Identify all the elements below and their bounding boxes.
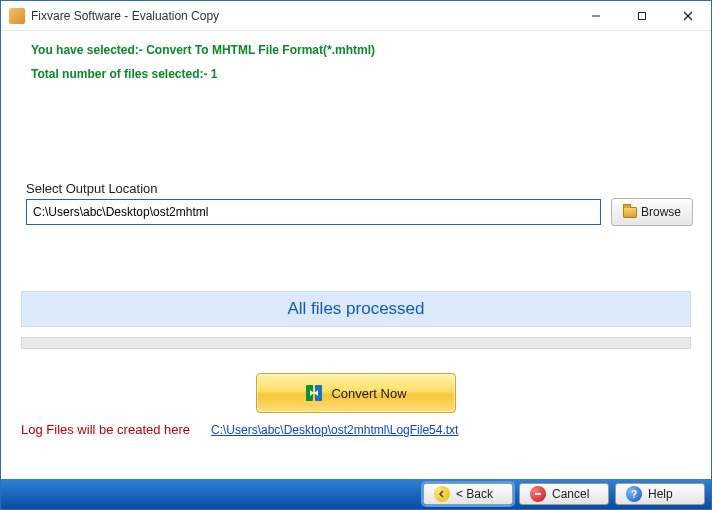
convert-button-label: Convert Now (331, 386, 406, 401)
window-title: Fixvare Software - Evaluation Copy (31, 9, 573, 23)
convert-now-button[interactable]: Convert Now (256, 373, 456, 413)
cancel-button[interactable]: Cancel (519, 483, 609, 505)
browse-button-label: Browse (641, 205, 681, 219)
output-path-input[interactable] (26, 199, 601, 225)
app-window: Fixvare Software - Evaluation Copy You h… (0, 0, 712, 510)
status-text: All files processed (287, 299, 424, 319)
output-location-label: Select Output Location (26, 181, 158, 196)
log-file-link[interactable]: C:\Users\abc\Desktop\ost2mhtml\LogFile54… (211, 423, 458, 437)
titlebar: Fixvare Software - Evaluation Copy (1, 1, 711, 31)
app-icon (9, 8, 25, 24)
progress-bar (21, 337, 691, 349)
folder-icon (623, 207, 637, 218)
maximize-button[interactable] (619, 1, 665, 31)
help-button[interactable]: ? Help (615, 483, 705, 505)
footer-bar: < Back Cancel ? Help (1, 479, 711, 509)
status-bar: All files processed (21, 291, 691, 327)
back-button-label: < Back (456, 487, 493, 501)
content-area: You have selected:- Convert To MHTML Fil… (1, 31, 711, 479)
back-arrow-icon (434, 486, 450, 502)
close-button[interactable] (665, 1, 711, 31)
svg-rect-1 (639, 12, 646, 19)
back-button[interactable]: < Back (423, 483, 513, 505)
cancel-button-label: Cancel (552, 487, 589, 501)
convert-icon (305, 384, 323, 402)
cancel-icon (530, 486, 546, 502)
file-count-info: Total number of files selected:- 1 (31, 67, 217, 81)
selection-info: You have selected:- Convert To MHTML Fil… (31, 43, 375, 57)
browse-button[interactable]: Browse (611, 198, 693, 226)
help-icon: ? (626, 486, 642, 502)
status-block: All files processed (21, 291, 691, 349)
help-button-label: Help (648, 487, 673, 501)
output-path-row (26, 199, 601, 225)
minimize-button[interactable] (573, 1, 619, 31)
log-label: Log Files will be created here (21, 422, 190, 437)
